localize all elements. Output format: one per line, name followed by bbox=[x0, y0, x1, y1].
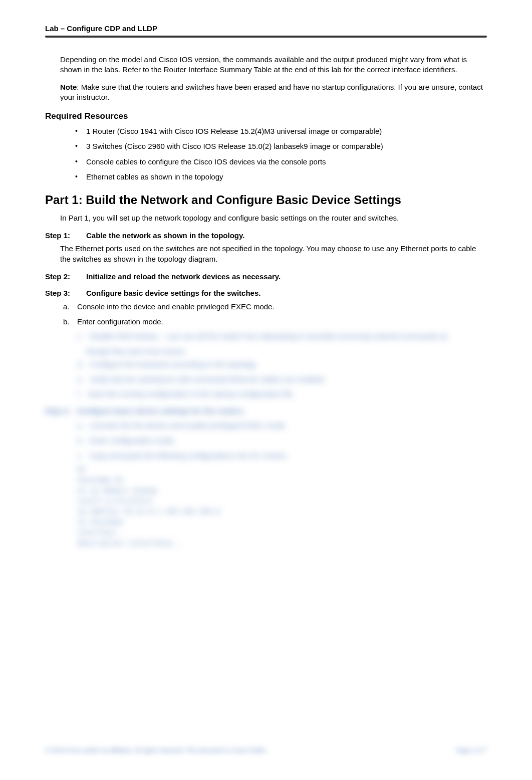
step2-heading: Step 2: Initialize and reload the networ… bbox=[45, 272, 487, 281]
list-marker: b. bbox=[63, 316, 70, 327]
required-resources-heading: Required Resources bbox=[45, 111, 487, 121]
blurred-region: c. Disable DNS lookup — you can tell the… bbox=[45, 331, 487, 549]
note-label: Note bbox=[60, 83, 77, 91]
code-line: R1 bbox=[77, 465, 487, 475]
code-line: description (interface) … bbox=[77, 538, 487, 549]
resource-item: 3 Switches (Cisco 2960 with Cisco IOS Re… bbox=[75, 141, 487, 151]
step3-heading: Step 3: Configure basic device settings … bbox=[45, 289, 487, 297]
code-line: no ip domain lookup bbox=[77, 486, 487, 496]
item-text: Console into the device and enable privi… bbox=[77, 302, 275, 311]
code-line: interface … bbox=[77, 528, 487, 538]
list-item: a.Console into the device and enable pri… bbox=[63, 301, 487, 312]
footer-page-number: Page 2 of 7 bbox=[456, 747, 487, 754]
blur-line: e. Verify that the switchports with conn… bbox=[77, 374, 487, 385]
step3-title: Configure basic device settings for the … bbox=[86, 289, 260, 297]
part1-heading: Part 1: Build the Network and Configure … bbox=[45, 193, 487, 207]
blur-line: b. Enter configuration mode. bbox=[77, 435, 487, 446]
code-line: interf g 0/1/0/0/1 bbox=[77, 496, 487, 507]
item-text: Enter configuration mode. bbox=[77, 317, 163, 326]
note-text: : Make sure that the routers and switche… bbox=[60, 83, 483, 101]
list-item: b.Enter configuration mode. bbox=[63, 316, 487, 327]
step3-label: Step 3: bbox=[45, 289, 86, 297]
blur-line: though they were host names. bbox=[86, 346, 487, 357]
code-line: no shutdown bbox=[77, 517, 487, 528]
step1-body: The Ethernet ports used on the switches … bbox=[60, 244, 487, 264]
blur-code-block: R1 hostname R1 no ip domain lookup inter… bbox=[77, 465, 487, 549]
page-header-title: Lab – Configure CDP and LLDP bbox=[45, 24, 487, 33]
blur-step4-heading: Step 4: Configure basic device settings … bbox=[45, 407, 487, 415]
blur-line: c. Disable DNS lookup — you can tell the… bbox=[77, 331, 487, 342]
code-line: ip address 10.22.0.1 255.255.255.0 bbox=[77, 507, 487, 517]
blur-line: c. Copy and paste the following configur… bbox=[77, 450, 487, 461]
note-paragraph: Note: Make sure that the routers and swi… bbox=[60, 82, 487, 103]
step1-heading: Step 1: Cable the network as shown in th… bbox=[45, 231, 487, 240]
step1-title: Cable the network as shown in the topolo… bbox=[86, 231, 244, 240]
code-line: hostname R1 bbox=[77, 475, 487, 486]
step3-list: a.Console into the device and enable pri… bbox=[63, 301, 487, 327]
intro-paragraph: Depending on the model and Cisco IOS ver… bbox=[60, 55, 487, 75]
blur-line: d. Configure the hostname according to t… bbox=[77, 359, 487, 370]
footer-copyright: © 2018 Cisco and/or its affiliates. All … bbox=[45, 747, 268, 754]
blur-line: a. Console into the device and enable pr… bbox=[77, 420, 487, 431]
required-resources-list: 1 Router (Cisco 1941 with Cisco IOS Rele… bbox=[75, 126, 487, 182]
step2-label: Step 2: bbox=[45, 272, 86, 281]
header-divider bbox=[45, 36, 487, 38]
part1-intro: In Part 1, you will set up the network t… bbox=[60, 213, 487, 223]
resource-item: Ethernet cables as shown in the topology bbox=[75, 172, 487, 182]
resource-item: Console cables to configure the Cisco IO… bbox=[75, 157, 487, 167]
step1-label: Step 1: bbox=[45, 231, 86, 240]
resource-item: 1 Router (Cisco 1941 with Cisco IOS Rele… bbox=[75, 126, 487, 136]
blur-line: f. Save the running configuration to the… bbox=[77, 388, 487, 400]
step2-title: Initialize and reload the network device… bbox=[86, 272, 281, 281]
page-footer: © 2018 Cisco and/or its affiliates. All … bbox=[45, 747, 487, 754]
list-marker: a. bbox=[63, 301, 70, 312]
